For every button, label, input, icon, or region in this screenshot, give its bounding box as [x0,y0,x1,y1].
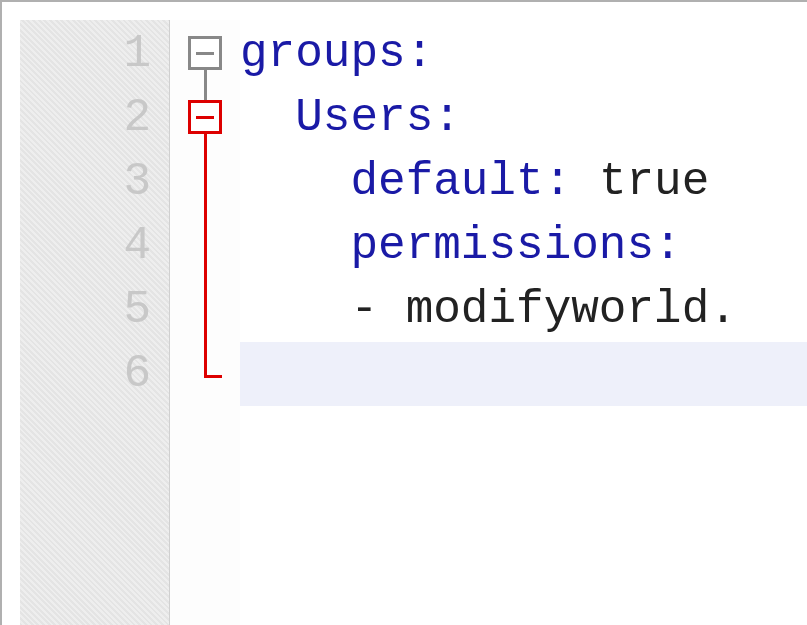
minus-icon [196,52,214,55]
fold-toggle-line-2[interactable] [188,100,222,134]
yaml-colon: : [654,220,682,272]
yaml-key: groups [240,28,406,80]
line-number: 3 [20,150,169,214]
line-number: 6 [20,342,169,406]
yaml-key: default [350,156,543,208]
line-number: 1 [20,22,169,86]
code-line[interactable]: default: true [240,150,807,214]
code-line[interactable] [240,342,807,406]
line-number: 4 [20,214,169,278]
line-number-gutter: 1 2 3 4 5 6 [20,20,170,625]
code-line[interactable]: groups: [240,22,807,86]
minus-icon [196,116,214,119]
code-area[interactable]: groups: Users: default: true permissions… [240,20,807,625]
fold-guide-end [204,375,222,378]
code-editor-frame: 1 2 3 4 5 6 groups: [0,0,807,625]
line-number: 2 [20,86,169,150]
yaml-colon: : [433,92,461,144]
line-number: 5 [20,278,169,342]
indent [240,156,350,208]
yaml-colon: : [406,28,434,80]
yaml-value: true [599,156,709,208]
fold-gutter [170,20,240,625]
fold-guide-line [204,70,207,100]
indent [240,284,350,336]
code-line[interactable]: Users: [240,86,807,150]
yaml-key: Users [295,92,433,144]
code-line[interactable]: permissions: [240,214,807,278]
fold-guide-line [204,134,207,378]
yaml-key: permissions [350,220,654,272]
yaml-list-item: - modifyworld. [350,284,736,336]
fold-toggle-line-1[interactable] [188,36,222,70]
indent [240,220,350,272]
code-line[interactable]: - modifyworld. [240,278,807,342]
indent [240,92,295,144]
code-editor: 1 2 3 4 5 6 groups: [20,20,807,625]
yaml-colon: : [544,156,599,208]
